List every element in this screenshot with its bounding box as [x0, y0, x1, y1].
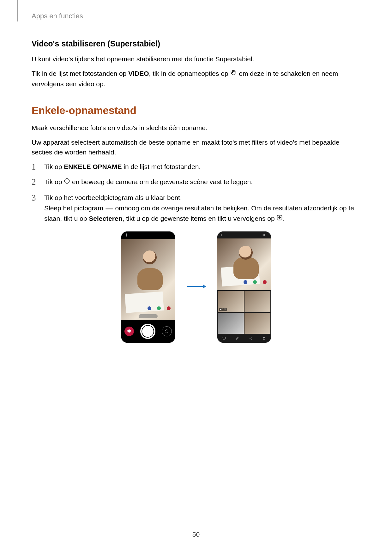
label-single-take: ENKELE OPNAME [64, 163, 122, 170]
scene-paint-red [263, 280, 267, 284]
header-rule [17, 0, 18, 21]
text: , tik in de opnameopties op [149, 70, 230, 77]
settings-gear-icon [124, 232, 128, 238]
result-thumb-4 [244, 313, 270, 334]
page-number: 50 [0, 531, 392, 538]
drag-handle-icon [105, 203, 113, 214]
text: in de lijst met fotostanden. [122, 163, 201, 170]
figure-single-take: ✱ [32, 231, 360, 343]
result-thumb-2 [244, 291, 270, 312]
svg-point-3 [126, 234, 127, 235]
svg-point-9 [268, 235, 268, 235]
manual-page: Apps en functies Video's stabiliseren (S… [0, 0, 392, 554]
camera-bottom-bar: ✱ [121, 320, 175, 343]
label-selecteren: Selecteren [89, 215, 122, 222]
result-thumb-3 [218, 313, 244, 334]
step-3: Tik op het voorbeeldpictogram als u klaa… [32, 193, 360, 224]
step-1: Tik op ENKELE OPNAME in de lijst met fot… [32, 162, 360, 172]
results-body: ▶ 0:06 [217, 238, 271, 334]
scene-paint-red [167, 306, 171, 310]
text: Tik op [44, 163, 64, 170]
paragraph: U kunt video's tijdens het opnemen stabi… [32, 54, 360, 64]
svg-point-12 [251, 337, 252, 337]
results-grid: ▶ 0:06 [217, 290, 271, 334]
results-hero-image [217, 238, 271, 290]
camera-top-bar [121, 232, 175, 239]
scene-child-head [239, 246, 253, 260]
svg-point-11 [250, 338, 250, 339]
shutter-circle-icon [64, 177, 70, 187]
svg-rect-1 [106, 208, 113, 209]
phone-results-mockup: ▶ 0:06 [217, 231, 271, 343]
top-right-icons [262, 233, 268, 237]
results-bottom-bar [217, 334, 271, 343]
share-icon [249, 336, 253, 341]
steps-list: Tik op ENKELE OPNAME in de lijst met fot… [32, 162, 360, 224]
heading-stabilize: Video's stabiliseren (Superstabiel) [32, 39, 360, 48]
scene-child-head [143, 250, 157, 264]
svg-point-8 [268, 234, 268, 234]
svg-point-13 [251, 339, 252, 340]
switch-camera-button [162, 326, 172, 336]
scene-child-body [233, 257, 259, 279]
svg-marker-5 [203, 284, 206, 289]
delete-trash-icon [262, 336, 266, 341]
results-top-bar [217, 232, 271, 238]
paragraph: Maak verschillende foto's en video's in … [32, 123, 360, 133]
arrow-right-icon [186, 283, 206, 291]
text: , tikt u op de gewenste items en tikt u … [122, 215, 276, 222]
text: . [283, 215, 285, 222]
svg-point-0 [65, 179, 69, 184]
text: Tik op [44, 178, 64, 185]
label-video: VIDEO [128, 70, 149, 77]
svg-point-10 [268, 236, 268, 236]
running-header: Apps en functies [32, 12, 360, 20]
superstable-hand-icon [230, 69, 237, 79]
camera-viewfinder [121, 239, 175, 320]
paragraph: Uw apparaat selecteert automatisch de be… [32, 137, 360, 157]
text: Tik in de lijst met fotostanden op [32, 70, 128, 77]
favorite-heart-icon [222, 336, 226, 341]
more-dots-icon [267, 233, 268, 237]
svg-point-7 [263, 235, 264, 235]
paragraph: Tik in de lijst met fotostanden op VIDEO… [32, 69, 360, 89]
text: Tik op het voorbeeldpictogram als u klaa… [44, 194, 182, 201]
phone-camera-mockup: ✱ [121, 231, 175, 343]
scene-child-body [137, 268, 163, 290]
back-chevron-icon [220, 232, 223, 238]
heading-single-take: Enkele-opnamestand [32, 105, 360, 117]
step-2: Tik op en beweeg de camera om de gewenst… [32, 177, 360, 188]
gallery-thumbnail-button: ✱ [124, 327, 134, 336]
video-duration-badge: ▶ 0:06 [219, 308, 227, 311]
download-box-icon [276, 214, 283, 224]
result-thumb-1: ▶ 0:06 [218, 291, 244, 312]
camera-mode-pill [139, 314, 158, 318]
text: en beweeg de camera om de gewenste scène… [70, 178, 253, 185]
edit-pencil-icon [235, 336, 239, 341]
scene-paint-blue [148, 306, 151, 310]
text: Sleep het pictogram [44, 204, 105, 212]
shutter-button [140, 324, 155, 339]
eye-icon [262, 233, 265, 237]
